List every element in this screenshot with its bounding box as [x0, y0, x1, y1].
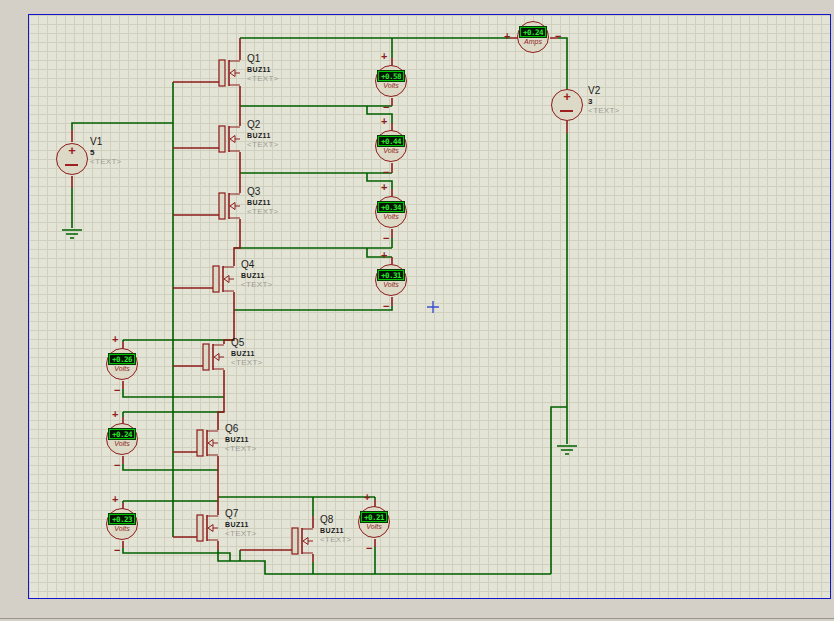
wire-ammeter-to-v2 [558, 38, 567, 89]
q1-labels: Q1 BUZ11 <TEXT> [247, 53, 279, 84]
source-V1[interactable]: + [56, 143, 88, 175]
q2-labels: Q2 BUZ11 <TEXT> [247, 119, 279, 150]
wire-vm5-plus [123, 340, 234, 342]
wire-vm6-minus [123, 464, 218, 470]
q5-ref: Q5 [231, 337, 263, 349]
voltmeter-8-plus: + [364, 492, 370, 502]
q7-placeholder: <TEXT> [225, 529, 257, 539]
cursor-crosshair-icon [427, 301, 439, 313]
q8-ref: Q8 [320, 514, 352, 526]
voltmeter-5-minus: − [114, 385, 120, 395]
voltmeter-4[interactable]: +0.31 Volts [375, 264, 407, 296]
q1-ref: Q1 [247, 53, 279, 65]
transistor-Q1[interactable] [219, 60, 240, 86]
voltmeter-3[interactable]: +0.34 Volts [375, 196, 407, 228]
v2-labels: V2 3 <TEXT> [588, 85, 620, 116]
ammeter[interactable]: +0.24 Amps [517, 21, 549, 53]
component-pins [72, 38, 567, 562]
mosfet-chain [218, 38, 240, 550]
q4-part: BUZ11 [241, 271, 273, 280]
voltmeter-6[interactable]: +0.24 Volts [106, 423, 138, 455]
voltmeter-7-plus: + [112, 494, 118, 504]
v1-labels: V1 5 <TEXT> [90, 136, 122, 167]
voltmeter-3-display: +0.34 [378, 202, 404, 212]
voltmeter-8-minus: − [366, 543, 372, 553]
wire-nets[interactable] [62, 38, 577, 574]
q2-part: BUZ11 [247, 131, 279, 140]
transistor-Q5[interactable] [203, 344, 224, 370]
q7-labels: Q7 BUZ11 <TEXT> [225, 508, 257, 539]
wire-vm4-return [234, 306, 392, 310]
voltmeter-6-plus: + [112, 409, 118, 419]
voltmeter-5-display: +0.26 [109, 354, 135, 364]
q2-placeholder: <TEXT> [247, 140, 279, 150]
q3-part: BUZ11 [247, 198, 279, 207]
q6-part: BUZ11 [225, 435, 257, 444]
transistor-Q7[interactable] [197, 515, 218, 541]
voltmeter-5-unit: Volts [114, 365, 129, 373]
voltmeter-2[interactable]: +0.44 Volts [375, 130, 407, 162]
v2-value: 3 [588, 97, 620, 106]
voltmeter-4-display: +0.31 [378, 270, 404, 280]
wire-vm7-minus [123, 548, 230, 561]
voltmeter-2-unit: Volts [383, 147, 398, 155]
ammeter-unit: Amps [524, 38, 542, 46]
q3-ref: Q3 [247, 186, 279, 198]
q3-placeholder: <TEXT> [247, 207, 279, 217]
voltmeter-3-minus: − [383, 233, 389, 243]
voltmeter-1-unit: Volts [383, 82, 398, 90]
voltmeter-6-display: +0.24 [109, 429, 135, 439]
voltmeter-1[interactable]: +0.58 Volts [375, 65, 407, 97]
q4-placeholder: <TEXT> [241, 280, 273, 290]
voltmeter-5-plus: + [112, 334, 118, 344]
window-bottom-edge [0, 618, 834, 619]
voltmeter-4-minus: − [383, 301, 389, 311]
v2-placeholder: <TEXT> [588, 106, 620, 116]
wire-v1-to-gate-bus [72, 123, 173, 130]
schematic-editor-window: + V1 5 <TEXT> + V2 3 <TEXT> +0.24 Amps +… [0, 0, 834, 621]
v1-plus-icon: + [57, 144, 87, 158]
voltmeter-8-unit: Volts [366, 523, 381, 531]
transistor-Q2[interactable] [219, 126, 240, 152]
v1-minus-icon [65, 164, 78, 166]
ground-symbol-right [557, 446, 577, 454]
ammeter-plus: + [504, 31, 510, 41]
q4-ref: Q4 [241, 259, 273, 271]
voltmeter-6-unit: Volts [114, 440, 129, 448]
transistor-Q3[interactable] [219, 193, 240, 219]
voltmeter-1-minus: − [383, 102, 389, 112]
v1-ref: V1 [90, 136, 122, 148]
voltmeter-6-minus: − [114, 460, 120, 470]
voltmeter-7-unit: Volts [114, 525, 129, 533]
voltmeter-4-unit: Volts [383, 281, 398, 289]
voltmeter-7-display: +0.23 [109, 514, 135, 524]
voltmeter-7-minus: − [114, 545, 120, 555]
source-V2[interactable]: + [551, 89, 583, 121]
transistor-Q8[interactable] [292, 528, 313, 554]
ammeter-display: +0.24 [520, 27, 546, 37]
q6-placeholder: <TEXT> [225, 444, 257, 454]
q5-labels: Q5 BUZ11 <TEXT> [231, 337, 263, 368]
voltmeter-7[interactable]: +0.23 Volts [106, 508, 138, 540]
q8-placeholder: <TEXT> [320, 535, 352, 545]
q7-part: BUZ11 [225, 520, 257, 529]
voltmeter-1-display: +0.58 [378, 71, 404, 81]
voltmeter-2-display: +0.44 [378, 136, 404, 146]
transistor-Q6[interactable] [197, 430, 218, 456]
v1-placeholder: <TEXT> [90, 157, 122, 167]
q3-labels: Q3 BUZ11 <TEXT> [247, 186, 279, 217]
q5-placeholder: <TEXT> [231, 358, 263, 368]
q8-part: BUZ11 [320, 526, 352, 535]
gate-stubs [173, 82, 292, 550]
q8-labels: Q8 BUZ11 <TEXT> [320, 514, 352, 545]
wire-tap-q3-q4 [234, 238, 392, 257]
voltmeter-8-display: +0.21 [361, 512, 387, 522]
q4-labels: Q4 BUZ11 <TEXT> [241, 259, 273, 290]
voltmeter-8[interactable]: +0.21 Volts [358, 506, 390, 538]
v1-value: 5 [90, 148, 122, 157]
voltmeter-5[interactable]: +0.26 Volts [106, 348, 138, 380]
v2-ref: V2 [588, 85, 620, 97]
transistor-Q4[interactable] [213, 266, 234, 292]
voltmeter-4-plus: + [381, 250, 387, 260]
wire-bottom-rail [218, 550, 551, 574]
